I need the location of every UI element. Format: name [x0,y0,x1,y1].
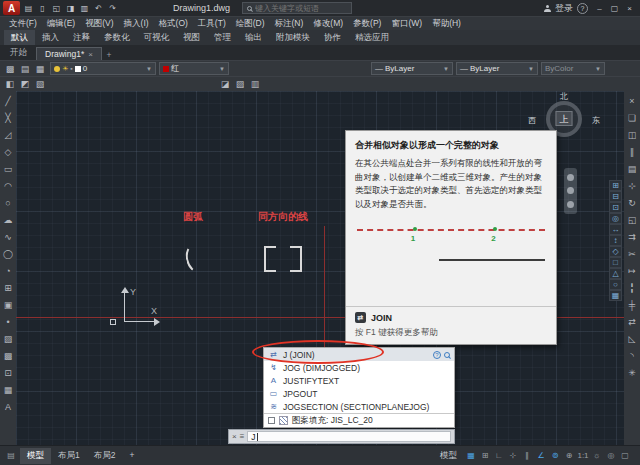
palette-orbit-icon[interactable]: ◎ [609,213,622,224]
break-tool[interactable]: ╪ [626,298,639,311]
spline-tool[interactable]: ∿ [2,230,15,243]
extend-tool[interactable]: ↦ [626,264,639,277]
zoom-icon[interactable] [567,201,574,208]
palette-diamond-icon[interactable]: ◇ [609,246,622,257]
model-space-button[interactable]: 模型 [435,450,462,462]
help-icon[interactable]: ? [577,3,588,14]
rectangle-tool[interactable]: ▭ [2,162,15,175]
hatch-tool[interactable]: ▨ [2,332,15,345]
hatch-suggestion-row[interactable]: 图案填充: JIS_LC_20 [264,413,454,427]
menu-tools[interactable]: 工具(T) [193,18,231,30]
search-box[interactable] [242,2,352,14]
customize-icon[interactable]: ≡ [240,432,245,441]
menu-view[interactable]: 视图(V) [80,18,118,30]
ribbon-tab-visualize[interactable]: 可视化 [137,30,177,45]
menu-parametric[interactable]: 参数(P) [348,18,386,30]
ribbon-tab-parametric[interactable]: 参数化 [97,30,137,45]
layer-combo[interactable]: ☀ ▪ 0 ▼ [50,62,156,75]
model-tab[interactable]: 模型 [20,448,51,464]
viewcube-top-face[interactable]: 上 [556,111,573,126]
arc-tool[interactable]: ◠ [2,179,15,192]
lineweight-combo[interactable]: — ByLayer ▼ [456,62,538,75]
autocomplete-item-join[interactable]: ⇄ J (JOIN) ? [264,348,454,361]
menu-format[interactable]: 格式(O) [154,18,193,30]
stretch-tool[interactable]: ⇉ [626,230,639,243]
layout1-tab[interactable]: 布局1 [51,448,87,464]
open-file-icon[interactable]: ◱ [50,2,63,15]
app-logo[interactable]: A [3,1,20,15]
ribbon-tab-view[interactable]: 视图 [176,30,207,45]
menu-modify[interactable]: 修改(M) [308,18,348,30]
layer-properties-icon[interactable]: ▤ [18,62,32,75]
palette-square-icon[interactable]: □ [609,257,622,268]
arc-object[interactable] [183,241,211,275]
revision-cloud-tool[interactable]: ☁ [2,213,15,226]
insert-block-tool[interactable]: ⊞ [2,281,15,294]
pan-icon[interactable] [567,187,574,194]
drawing-canvas[interactable]: 圆弧 同方向的线 Y X 北 上 西 东 [16,91,624,445]
region-tool[interactable]: ⊡ [2,366,15,379]
signin-button[interactable]: 登录 [555,2,573,15]
table-tool[interactable]: ▦ [2,383,15,396]
viewcube-west-label[interactable]: 西 [528,115,536,126]
point-tool[interactable]: • [2,315,15,328]
palette-grid-icon[interactable]: ▦ [609,290,622,301]
linetype-combo[interactable]: — ByLayer ▼ [371,62,453,75]
move-tool[interactable]: ⊹ [626,179,639,192]
undo-icon[interactable]: ↶ [92,2,105,15]
close-icon[interactable]: × [232,432,237,441]
chamfer-tool[interactable]: ◺ [626,332,639,345]
redo-icon[interactable]: ↷ [106,2,119,15]
palette-snap-icon[interactable]: ⊞ [609,180,622,191]
palette-pan-v-icon[interactable]: ↕ [609,235,622,246]
search-input[interactable] [255,4,343,13]
circle-tool[interactable]: ○ [2,196,15,209]
otrack-toggle[interactable]: ⊕ [562,449,576,463]
nav-wheel-icon[interactable] [567,174,574,181]
rotate-tool[interactable]: ↻ [626,196,639,209]
autocomplete-item-dimjogged[interactable]: ↯ JOG (DIMJOGGED) ? [264,361,454,374]
ribbon-tab-addins[interactable]: 附加模块 [269,30,317,45]
polar-toggle[interactable]: ∠ [534,449,548,463]
ortho-toggle[interactable]: ∥ [520,449,534,463]
palette-zoom-out-icon[interactable]: ⊟ [609,191,622,202]
autocomplete-item-justifytext[interactable]: A JUSTIFYTEXT ? [264,374,454,387]
mirror-tool[interactable]: ◫ [626,128,639,141]
minimize-button[interactable]: – [592,2,607,15]
offset-tool[interactable]: ∥ [626,145,639,158]
layer-state-icon[interactable]: ▦ [33,62,47,75]
ribbon-tab-annotate[interactable]: 注释 [66,30,97,45]
save-icon[interactable]: ◨ [64,2,77,15]
ribbon-tab-collaborate[interactable]: 协作 [317,30,348,45]
fillet-tool[interactable]: ◝ [626,349,639,362]
app-menu-icon[interactable]: ▤ [22,2,35,15]
explode-tool[interactable]: ✳ [626,366,639,379]
help-circle-icon[interactable]: ? [433,351,441,359]
infer-constraints-toggle[interactable]: ∟ [492,449,506,463]
command-line[interactable]: × ≡ J [228,429,455,444]
start-tab[interactable]: 开始 [2,46,35,60]
clean-screen-icon[interactable]: ▢ [618,449,632,463]
isolate-objects-icon[interactable]: ◎ [604,449,618,463]
ribbon-tab-manage[interactable]: 管理 [207,30,238,45]
grid-toggle[interactable]: ▦ [464,449,478,463]
menu-draw[interactable]: 绘图(D) [231,18,270,30]
close-button[interactable]: × [622,2,637,15]
scale-tool[interactable]: ◱ [626,213,639,226]
plotstyle-combo[interactable]: ByColor ▼ [541,62,605,75]
view-top-icon[interactable]: ◪ [218,78,232,91]
menu-edit[interactable]: 编辑(E) [42,18,80,30]
annotation-scale[interactable]: 1:1 [576,449,590,463]
create-block-tool[interactable]: ▣ [2,298,15,311]
trim-tool[interactable]: ✂ [626,247,639,260]
new-file-icon[interactable]: ▯ [36,2,49,15]
snap-toggle[interactable]: ⊞ [478,449,492,463]
new-layout-tab[interactable]: + [122,448,141,464]
viewcube-east-label[interactable]: 东 [592,115,600,126]
command-input[interactable]: J [247,431,451,442]
draworder-icon[interactable]: ◧ [3,78,17,91]
group-icon[interactable]: ▥ [248,78,262,91]
line-tool[interactable]: ╱ [2,94,15,107]
ribbon-tab-output[interactable]: 输出 [238,30,269,45]
plot-icon[interactable]: ▥ [78,2,91,15]
